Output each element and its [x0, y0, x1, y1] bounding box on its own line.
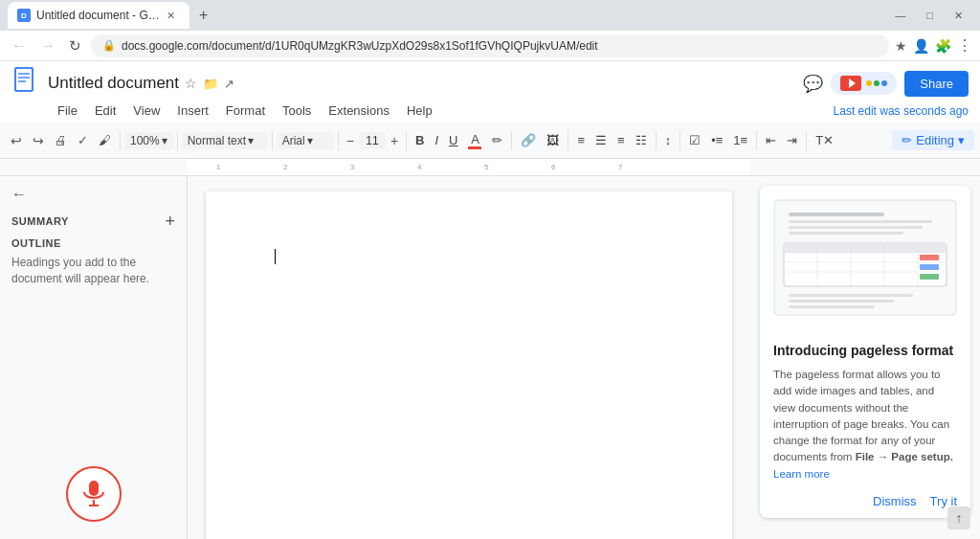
- tab-close-icon[interactable]: ✕: [167, 10, 175, 22]
- comment-icon[interactable]: 💬: [803, 74, 823, 94]
- menu-edit[interactable]: Edit: [87, 101, 123, 120]
- font-size-decrease[interactable]: −: [343, 131, 358, 150]
- lock-icon: 🔒: [102, 39, 116, 52]
- bullets-button[interactable]: •≡: [706, 130, 727, 150]
- browser-tab[interactable]: D Untitled document - Google ✕: [8, 2, 189, 29]
- align-justify-button[interactable]: ☷: [631, 130, 652, 150]
- align-right-button[interactable]: ≡: [612, 130, 630, 150]
- toolbar-sep2: [177, 131, 178, 150]
- print-button[interactable]: 🖨: [50, 130, 72, 150]
- document-page[interactable]: [206, 191, 732, 539]
- indent-decrease-button[interactable]: ⇤: [761, 130, 781, 150]
- formatting-toolbar: ↩ ↪ 🖨 ✓ 🖌 100%▾ Normal text▾ Arial▾ − 11…: [0, 123, 980, 159]
- toolbar-sep4: [338, 131, 339, 150]
- sidebar: ← SUMMARY + OUTLINE Headings you add to …: [0, 176, 188, 539]
- align-center-button[interactable]: ☰: [590, 130, 612, 150]
- text-color-button[interactable]: A: [463, 129, 486, 152]
- menu-view[interactable]: View: [125, 101, 167, 120]
- window-close-button[interactable]: ✕: [945, 8, 972, 24]
- undo-button[interactable]: ↩: [6, 130, 27, 151]
- menu-insert[interactable]: Insert: [169, 101, 216, 120]
- move-icon[interactable]: 📁: [203, 77, 218, 91]
- menu-file[interactable]: File: [50, 101, 85, 120]
- window-minimize-button[interactable]: —: [885, 8, 915, 24]
- refresh-button[interactable]: ↻: [65, 35, 85, 56]
- open-icon[interactable]: ↗: [224, 77, 234, 91]
- outline-description: Headings you add to the document will ap…: [11, 255, 175, 287]
- svg-rect-17: [789, 213, 884, 216]
- toolbar-sep: [120, 131, 121, 150]
- svg-rect-30: [920, 255, 939, 260]
- image-button[interactable]: 🖼: [542, 130, 564, 150]
- line-spacing-button[interactable]: ↕: [660, 130, 677, 150]
- underline-button[interactable]: U: [444, 130, 462, 150]
- font-size-value[interactable]: 11: [359, 132, 386, 149]
- learn-more-link[interactable]: Learn more: [773, 468, 830, 480]
- style-select[interactable]: Normal text▾: [182, 132, 268, 149]
- info-card-actions: Dismiss Try it: [760, 488, 970, 518]
- mic-icon: [80, 479, 107, 509]
- window-restore-button[interactable]: □: [917, 8, 943, 24]
- svg-rect-1: [16, 69, 32, 90]
- menu-help[interactable]: Help: [399, 101, 440, 120]
- svg-rect-18: [789, 220, 932, 223]
- editing-mode-button[interactable]: ✏ Editing ▾: [892, 130, 974, 150]
- header-right: 💬 Share: [803, 71, 969, 97]
- sidebar-back-button[interactable]: ←: [11, 186, 175, 203]
- document-title[interactable]: Untitled document: [48, 74, 179, 93]
- toolbar-sep8: [656, 131, 657, 150]
- svg-rect-19: [789, 226, 923, 229]
- address-bar[interactable]: 🔒 docs.google.com/document/d/1UR0qUMzgKR…: [91, 34, 889, 57]
- paint-format-button[interactable]: 🖌: [94, 130, 116, 150]
- svg-text:3: 3: [350, 163, 355, 171]
- info-card-body: Introducing pageless format The pageless…: [760, 332, 970, 488]
- dismiss-button[interactable]: Dismiss: [873, 494, 917, 508]
- summary-section: SUMMARY +: [11, 213, 175, 230]
- clear-format-button[interactable]: T✕: [811, 130, 838, 150]
- add-summary-button[interactable]: +: [165, 213, 175, 230]
- italic-button[interactable]: I: [430, 130, 443, 150]
- meet-button[interactable]: [831, 72, 897, 95]
- last-edit-text[interactable]: Last edit was seconds ago: [834, 104, 969, 118]
- extensions-icon[interactable]: 🧩: [935, 38, 951, 54]
- pageless-info-card: Introducing pageless format The pageless…: [760, 186, 970, 518]
- main-content-area: ← SUMMARY + OUTLINE Headings you add to …: [0, 176, 980, 539]
- zoom-select[interactable]: 100%▾: [124, 132, 173, 149]
- redo-button[interactable]: ↪: [28, 130, 49, 151]
- menu-extensions[interactable]: Extensions: [321, 101, 397, 120]
- align-left-button[interactable]: ≡: [572, 130, 590, 150]
- share-button[interactable]: Share: [904, 71, 969, 97]
- toolbar-sep10: [756, 131, 757, 150]
- svg-text:2: 2: [283, 163, 288, 171]
- numbered-list-button[interactable]: 1≡: [728, 130, 752, 150]
- star-icon[interactable]: ☆: [185, 76, 197, 91]
- tab-favicon: D: [17, 9, 31, 22]
- indent-increase-button[interactable]: ⇥: [782, 130, 802, 150]
- svg-text:6: 6: [551, 163, 556, 171]
- menu-icon[interactable]: ⋮: [957, 36, 972, 55]
- bold-button[interactable]: B: [411, 130, 429, 150]
- menu-format[interactable]: Format: [218, 101, 273, 120]
- new-tab-button[interactable]: +: [193, 7, 213, 24]
- checklist-button[interactable]: ☑: [684, 130, 705, 150]
- spellcheck-button[interactable]: ✓: [73, 130, 93, 150]
- forward-button[interactable]: →: [36, 35, 59, 56]
- app-logo: [11, 65, 40, 101]
- link-button[interactable]: 🔗: [516, 130, 541, 150]
- menu-tools[interactable]: Tools: [275, 101, 319, 120]
- bookmark-icon[interactable]: ★: [895, 38, 907, 54]
- document-area[interactable]: [188, 176, 750, 539]
- highlight-button[interactable]: ✏: [487, 130, 507, 150]
- editing-chevron-icon: ▾: [958, 133, 965, 147]
- account-icon[interactable]: 👤: [913, 38, 929, 54]
- outline-label: OUTLINE: [11, 237, 175, 249]
- toolbar-sep11: [806, 131, 807, 150]
- outline-section: OUTLINE Headings you add to the document…: [11, 237, 175, 287]
- scroll-to-top-button[interactable]: ↑: [947, 506, 970, 529]
- back-button[interactable]: ←: [8, 35, 31, 56]
- info-card-title: Introducing pageless format: [773, 342, 957, 359]
- svg-rect-33: [789, 294, 913, 297]
- font-select[interactable]: Arial▾: [277, 132, 334, 149]
- font-size-increase[interactable]: +: [387, 131, 402, 150]
- voice-input-button[interactable]: [66, 466, 122, 522]
